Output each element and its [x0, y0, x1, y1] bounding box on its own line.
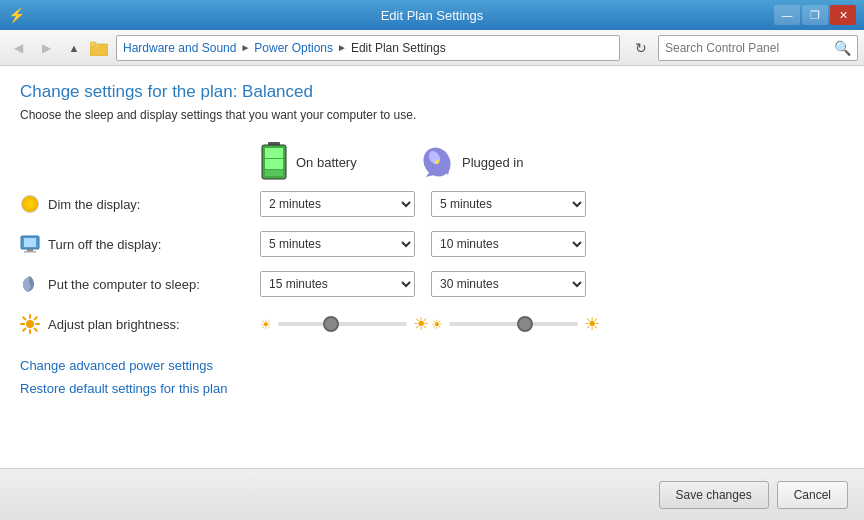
plugged-brightness-group: ☀ ☀	[431, 313, 586, 335]
svg-rect-14	[24, 238, 36, 247]
restore-defaults-link[interactable]: Restore default settings for this plan	[20, 381, 844, 396]
links-section: Change advanced power settings Restore d…	[20, 358, 844, 396]
dim-display-row: Dim the display: 1 minute 2 minutes 3 mi…	[20, 190, 844, 218]
brightness-max-icon-battery: ☀	[413, 313, 429, 335]
brightness-label: Adjust plan brightness:	[48, 317, 180, 332]
brightness-plugged-slider[interactable]	[449, 322, 578, 326]
advanced-settings-link[interactable]: Change advanced power settings	[20, 358, 844, 373]
svg-line-23	[35, 329, 37, 331]
refresh-button[interactable]: ↻	[628, 35, 654, 61]
breadcrumb: Hardware and Sound ► Power Options ► Edi…	[116, 35, 620, 61]
app-icon: ⚡	[8, 7, 25, 23]
turnoff-plugged-select[interactable]: 1 minute 2 minutes 3 minutes 5 minutes 1…	[431, 231, 586, 257]
brightness-battery-slider[interactable]	[278, 322, 407, 326]
save-button[interactable]: Save changes	[659, 481, 769, 509]
col-battery-label: On battery	[296, 155, 357, 170]
svg-rect-5	[265, 148, 283, 158]
title-text: Edit Plan Settings	[381, 8, 484, 23]
breadcrumb-hardware[interactable]: Hardware and Sound	[123, 41, 236, 55]
bottom-bar: Save changes Cancel	[0, 468, 864, 520]
svg-rect-15	[27, 249, 33, 251]
brightness-max-icon-plugged: ☀	[584, 313, 600, 335]
battery-brightness-group: ☀ ☀	[260, 313, 415, 335]
close-button[interactable]: ✕	[830, 5, 856, 25]
up-button[interactable]: ▲	[62, 36, 86, 60]
svg-point-12	[435, 160, 439, 164]
sleep-label: Put the computer to sleep:	[48, 277, 200, 292]
sleep-icon	[20, 274, 40, 294]
svg-rect-2	[90, 42, 96, 46]
breadcrumb-power[interactable]: Power Options	[254, 41, 333, 55]
dim-plugged-select[interactable]: 1 minute 2 minutes 3 minutes 5 minutes 1…	[431, 191, 586, 217]
grid-header: On battery Plugged in	[260, 142, 844, 182]
svg-rect-6	[265, 159, 283, 169]
svg-line-24	[35, 317, 37, 319]
turnoff-battery-select[interactable]: 1 minute 2 minutes 3 minutes 5 minutes 1…	[260, 231, 415, 257]
turn-off-display-row: Turn off the display: 1 minute 2 minutes…	[20, 230, 844, 258]
brightness-min-icon-plugged: ☀	[431, 317, 443, 332]
back-button[interactable]: ◀	[6, 36, 30, 60]
search-input[interactable]	[665, 41, 834, 55]
title-bar: ⚡ Edit Plan Settings — ❐ ✕	[0, 0, 864, 30]
nav-bar: ◀ ▶ ▲ Hardware and Sound ► Power Options…	[0, 30, 864, 66]
cancel-button[interactable]: Cancel	[777, 481, 848, 509]
page-title: Change settings for the plan: Balanced	[20, 82, 844, 102]
brightness-row: Adjust plan brightness: ☀ ☀ ☀ ☀	[20, 310, 844, 338]
dim-display-label: Dim the display:	[48, 197, 140, 212]
svg-point-17	[26, 320, 34, 328]
dim-battery-select[interactable]: 1 minute 2 minutes 3 minutes 5 minutes 1…	[260, 191, 415, 217]
sleep-row: Put the computer to sleep: 5 minutes 10 …	[20, 270, 844, 298]
battery-icon	[260, 142, 288, 182]
forward-button[interactable]: ▶	[34, 36, 58, 60]
col-plugged-label: Plugged in	[462, 155, 523, 170]
search-box: 🔍	[658, 35, 858, 61]
minimize-button[interactable]: —	[774, 5, 800, 25]
svg-rect-16	[24, 251, 36, 253]
maximize-button[interactable]: ❐	[802, 5, 828, 25]
brightness-icon	[20, 314, 40, 334]
turn-off-display-label: Turn off the display:	[48, 237, 161, 252]
folder-icon	[90, 40, 108, 56]
col-header-battery: On battery	[260, 142, 420, 182]
plugged-icon	[420, 145, 454, 179]
col-header-plugged: Plugged in	[420, 142, 580, 182]
settings-grid: On battery Plugged in Dim the	[20, 142, 844, 338]
brightness-min-icon-battery: ☀	[260, 317, 272, 332]
page-subtitle: Choose the sleep and display settings th…	[20, 108, 844, 122]
turn-off-display-icon	[20, 234, 40, 254]
dim-display-icon	[20, 194, 40, 214]
sleep-plugged-select[interactable]: 5 minutes 10 minutes 15 minutes 20 minut…	[431, 271, 586, 297]
svg-line-22	[23, 317, 25, 319]
window-controls: — ❐ ✕	[774, 5, 856, 25]
svg-line-25	[23, 329, 25, 331]
breadcrumb-current: Edit Plan Settings	[351, 41, 446, 55]
svg-rect-7	[265, 170, 283, 176]
sleep-battery-select[interactable]: 5 minutes 10 minutes 15 minutes 20 minut…	[260, 271, 415, 297]
main-content: Change settings for the plan: Balanced C…	[0, 66, 864, 468]
search-button[interactable]: 🔍	[834, 40, 851, 56]
